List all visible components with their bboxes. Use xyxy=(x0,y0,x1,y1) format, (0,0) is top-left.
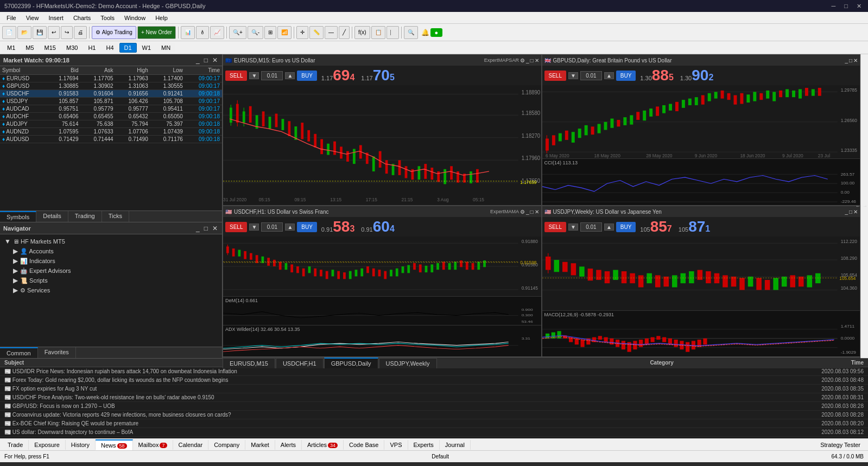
usdjpy-max[interactable]: □ xyxy=(849,209,852,215)
bottom-tab-exposure[interactable]: Exposure xyxy=(29,440,65,450)
bottom-tab-market[interactable]: Market xyxy=(245,440,275,450)
bottom-tab-codebase[interactable]: Code Base xyxy=(344,440,384,450)
chart-tab-eurusd-m15[interactable]: EURUSD,M15 xyxy=(223,358,275,368)
bar-chart-btn[interactable]: 📊 xyxy=(181,26,195,39)
tf-w1[interactable]: W1 xyxy=(137,43,156,53)
eurusd-lot-up[interactable]: ▲ xyxy=(285,72,295,79)
eurusd-chart-settings[interactable]: ⚙ xyxy=(520,58,525,63)
volume-btn[interactable]: 📶 xyxy=(277,26,292,39)
tf-m30[interactable]: M30 xyxy=(61,43,83,53)
mw-minus-btn[interactable]: _ xyxy=(195,56,201,64)
news-row[interactable]: 📰 GBP/USD: Focus is now on 1.2970 – UOB … xyxy=(0,402,868,411)
side-tb-arrow[interactable]: ↑ xyxy=(863,205,868,208)
news-row[interactable]: 📰 US dollar: Downward trajectory to cont… xyxy=(0,428,868,437)
search-btn[interactable]: 🔍 xyxy=(404,26,418,39)
mw-tab-symbols[interactable]: Symbols xyxy=(0,211,36,222)
gbpusd-lot-input[interactable] xyxy=(580,71,602,80)
bottom-tab-mailbox[interactable]: Mailbox7 xyxy=(133,440,173,450)
market-watch-row[interactable]: ♦ USDCHF 0.91583 0.91604 0.91656 0.91241… xyxy=(0,90,222,98)
news-row[interactable]: 📰 Ex-BOE Chief King: Raising QE would be… xyxy=(0,419,868,428)
nav-max-btn[interactable]: □ xyxy=(203,225,209,232)
menu-help[interactable]: Help xyxy=(151,14,172,22)
gbpusd-sell-btn[interactable]: SELL xyxy=(544,71,566,81)
nav-expert-advisors[interactable]: ▶ 🤖 Expert Advisors xyxy=(11,266,220,276)
usdjpy-sell-btn[interactable]: SELL xyxy=(544,222,566,232)
menu-file[interactable]: File xyxy=(2,14,21,22)
zoom-in-btn[interactable]: 🔍+ xyxy=(229,26,246,39)
eurusd-lot-input[interactable] xyxy=(261,71,283,80)
usdchf-lot-down[interactable]: ▼ xyxy=(249,224,259,231)
bottom-tab-articles[interactable]: Articles34 xyxy=(302,440,344,450)
nav-hfmarkets[interactable]: ▼ 🖥 HF Markets MT5 xyxy=(2,237,220,246)
news-row[interactable]: 📰 Coroanvirus update: Victoria reports 4… xyxy=(0,411,868,419)
market-watch-row[interactable]: ♦ AUDNZD 1.07595 1.07633 1.07706 1.07439… xyxy=(0,128,222,136)
usdchf-settings[interactable]: ⚙ xyxy=(520,209,525,215)
tf-m15[interactable]: M15 xyxy=(40,43,61,53)
market-watch-row[interactable]: ♦ AUDUSD 0.71429 0.71444 0.71490 0.71176… xyxy=(0,136,222,143)
ruler-btn[interactable]: 📏 xyxy=(309,26,324,39)
nav-indicators[interactable]: ▶ 📊 Indicators xyxy=(11,256,220,266)
gbpusd-lot-down[interactable]: ▼ xyxy=(568,72,578,79)
crosshair-btn[interactable]: ✛ xyxy=(296,26,308,39)
usdchf-chart-body[interactable]: 0.91880 0.91580 0.91145 xyxy=(223,237,541,356)
open-btn[interactable]: 📂 xyxy=(17,26,31,39)
undo-btn[interactable]: ↩ xyxy=(48,26,60,39)
nav-tab-favorites[interactable]: Favorites xyxy=(38,347,76,358)
menu-window[interactable]: Window xyxy=(120,14,150,22)
mw-max-btn[interactable]: □ xyxy=(203,56,209,64)
tf-h1[interactable]: H1 xyxy=(83,43,100,53)
usdchf-close[interactable]: ✕ xyxy=(535,209,539,215)
usdchf-min[interactable]: _ xyxy=(526,209,529,215)
tf-d1[interactable]: D1 xyxy=(119,43,137,53)
minimize-btn[interactable]: ─ xyxy=(829,3,838,10)
market-watch-row[interactable]: ♦ AUDCAD 0.95751 0.95779 0.95777 0.95411… xyxy=(0,105,222,113)
mw-close-btn[interactable]: ✕ xyxy=(211,56,219,64)
mw-tab-details[interactable]: Details xyxy=(36,211,68,222)
new-chart-btn[interactable]: 📄 xyxy=(2,26,16,39)
period-sep-btn[interactable]: ⎸ xyxy=(387,26,399,39)
market-watch-row[interactable]: ♦ GBPUSD 1.30885 1.30902 1.31063 1.30555… xyxy=(0,82,222,90)
bottom-tab-history[interactable]: History xyxy=(66,440,96,450)
gbpusd-lot-up[interactable]: ▲ xyxy=(604,72,614,79)
tf-m5[interactable]: M5 xyxy=(21,43,39,53)
print-btn[interactable]: 🖨 xyxy=(74,26,87,39)
nav-accounts[interactable]: ▶ 👤 Accounts xyxy=(11,246,220,256)
bottom-tab-trade[interactable]: Trade xyxy=(2,440,29,450)
indicator-btn[interactable]: f(x) xyxy=(354,26,370,39)
bottom-tab-calendar[interactable]: Calendar xyxy=(173,440,209,450)
hline-btn[interactable]: — xyxy=(325,26,338,39)
gbpusd-buy-btn[interactable]: BUY xyxy=(616,71,636,81)
nav-scripts[interactable]: ▶ 📜 Scripts xyxy=(11,276,220,285)
close-btn[interactable]: ✕ xyxy=(854,3,864,10)
market-watch-row[interactable]: ♦ EURUSD 1.17694 1.17705 1.17963 1.17400… xyxy=(0,75,222,82)
template-btn[interactable]: 📋 xyxy=(371,26,385,39)
usdchf-max[interactable]: □ xyxy=(530,209,533,215)
usdjpy-lot-down[interactable]: ▼ xyxy=(568,224,578,231)
bottom-tab-experts[interactable]: Experts xyxy=(408,440,440,450)
usdjpy-chart-body[interactable]: 112.220 108.290 105.654 104.360 xyxy=(542,237,860,356)
nav-minus-btn[interactable]: _ xyxy=(195,225,201,232)
menu-tools[interactable]: Tools xyxy=(96,14,119,22)
gbpusd-chart-body[interactable]: 1.29785 1.26560 1.23335 xyxy=(542,85,860,205)
news-row[interactable]: 📰 Forex Today: Gold nearing $2,000, doll… xyxy=(0,376,868,385)
market-watch-row[interactable]: ♦ USDJPY 105.857 105.871 106.426 105.708… xyxy=(0,98,222,105)
mw-tab-trading[interactable]: Trading xyxy=(68,211,102,222)
tline-btn[interactable]: ╱ xyxy=(339,26,350,39)
menu-insert[interactable]: Insert xyxy=(44,14,68,22)
usdchf-lot-input[interactable] xyxy=(261,222,283,232)
nav-tab-common[interactable]: Common xyxy=(0,347,38,358)
usdchf-lot-up[interactable]: ▲ xyxy=(285,224,295,231)
bottom-tab-company[interactable]: Company xyxy=(208,440,245,450)
redo-btn[interactable]: ↪ xyxy=(61,26,73,39)
usdjpy-lot-up[interactable]: ▲ xyxy=(604,224,614,231)
nav-close-btn[interactable]: ✕ xyxy=(211,225,219,232)
eurusd-buy-btn[interactable]: BUY xyxy=(297,71,317,81)
zoom-out-btn[interactable]: 🔍- xyxy=(248,26,263,39)
save-btn[interactable]: 💾 xyxy=(33,26,47,39)
usdchf-buy-btn[interactable]: BUY xyxy=(297,222,317,232)
eurusd-chart-min[interactable]: _ xyxy=(526,58,529,63)
gbpusd-close[interactable]: ✕ xyxy=(853,58,858,63)
tf-m1[interactable]: M1 xyxy=(2,43,20,53)
mw-tab-ticks[interactable]: Ticks xyxy=(102,211,129,222)
line-btn[interactable]: 📈 xyxy=(210,26,224,39)
